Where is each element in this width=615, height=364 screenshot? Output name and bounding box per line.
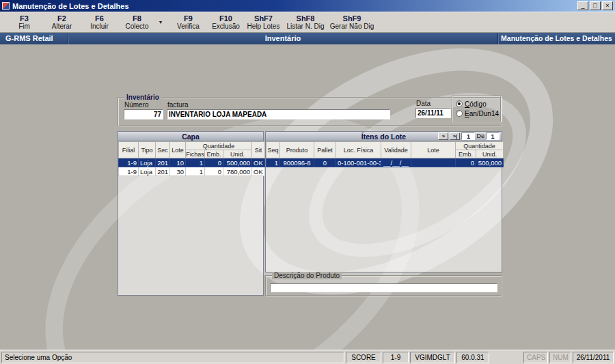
header-bar: G-RMS Retail Inventário Manutenção de Lo… [0,33,615,44]
table-row[interactable]: 1-9 Loja 201 10 1 0 500,000 OK [119,158,265,167]
column-header: Unid. [223,150,252,158]
application-window: Manutenção de Lotes e Detalhes _ □ × F3 … [0,0,615,364]
status-spacer [491,352,522,363]
toolbar-key: F2 [57,14,66,23]
itens-titlebar: Ítens do Lote » »| 1 De 1 [266,132,502,141]
close-button[interactable]: × [602,1,613,10]
column-header: Seq [266,142,280,158]
pager-de-label: De [476,132,484,140]
status-program: VGIMDGLT [410,352,455,363]
column-header: Loc. Física [336,142,381,158]
column-header: Sit [252,142,265,158]
capa-panel: Capa Filial Tipo Sec Lote Quantidade Sit [118,131,264,296]
title-bar: Manutenção de Lotes e Detalhes _ □ × [0,0,615,12]
cell [411,158,456,167]
toolbar-button-verifica[interactable]: F9 Verifica [169,13,207,32]
toolbar-button-colecto[interactable]: F8 Colecto [118,13,156,32]
status-caps: CAPS [523,352,548,363]
toolbar-button-fim[interactable]: F3 Fim [5,13,43,32]
toolbar-button-help-lotes[interactable]: ShF7 Help Lotes [245,13,282,32]
radio-codigo-label: Código [465,100,487,108]
cell: 30 [170,167,186,176]
factura-field[interactable] [167,109,390,120]
toolbar-label: Gerar Não Dig [330,23,374,30]
toolbar-label: Exclusão [212,23,240,30]
minimize-button[interactable]: _ [577,1,588,10]
toolbar-key: ShF9 [343,14,361,23]
table-row[interactable]: 1-9 Loja 201 30 1 0 780,000 OK [119,167,265,176]
cell: 1 [186,158,205,167]
window-controls: _ □ × [577,1,613,10]
column-header: Unid. [476,150,504,158]
status-score: SCORE [346,352,381,363]
radio-codigo[interactable]: Código [456,99,500,109]
column-header: Tipo [139,142,156,158]
column-header: Quantidade [456,142,504,150]
header-app-name: G-RMS Retail [0,33,68,44]
column-header: Fichas [186,150,205,158]
table-row[interactable]: 1 900096-8 0 0-100-001-00-3 __/__/__ 0 5… [266,158,504,167]
cell: 900096-8 [280,158,314,167]
toolbar-label: Listar N. Dig [286,23,324,30]
header-screen-title: Manutenção de Lotes e Detalhes [497,33,615,44]
toolbar-label: Fim [18,23,30,30]
status-num: NUM [549,352,571,363]
column-header: Emb. [456,150,476,158]
cell: 0 [314,158,336,167]
column-header: Sec [156,142,170,158]
cell: 1-9 [119,158,139,167]
toolbar-button-incluir[interactable]: F6 Incluir [81,13,118,32]
cell: 780,000 [223,167,252,176]
toolbar-label: Help Lotes [247,23,280,30]
cell: 1 [266,158,280,167]
radio-codigo-icon [456,100,463,107]
column-header: Validade [381,142,411,158]
toolbar-button-alterar[interactable]: F2 Alterar [43,13,81,32]
status-range: 1-9 [383,352,409,363]
data-label: Data [416,100,430,107]
cell: __/__/__ [381,158,411,167]
numero-label: Número [124,101,149,109]
cell: 0 [205,167,223,176]
maximize-button[interactable]: □ [590,1,601,10]
radio-ean[interactable]: Ean/Dun14 [456,109,500,118]
toolbar-button-exclusao[interactable]: F10 Exclusão [207,13,245,32]
column-header: Produto [280,142,314,158]
itens-panel: Ítens do Lote » »| 1 De 1 Seq Prod [265,131,502,272]
header-module-title: Inventário [68,33,497,44]
toolbar-label: Incluir [90,23,109,30]
cell: 1-9 [119,167,139,176]
cell: 500,000 [476,158,504,167]
toolbar-key: F10 [219,14,232,23]
toolbar-button-gerar-nao-dig[interactable]: ShF9 Gerar Não Dig [329,13,375,32]
radio-ean-label: Ean/Dun14 [465,110,499,117]
cell: OK [252,167,265,176]
toolbar-button-listar-n-dig[interactable]: ShF8 Listar N. Dig [282,13,329,32]
cell: 0 [205,158,223,167]
pager-next-button[interactable]: » [438,132,448,140]
code-type-group: Código Ean/Dun14 [452,96,502,122]
capa-grid: Filial Tipo Sec Lote Quantidade Sit Fich… [118,141,265,176]
itens-title: Ítens do Lote [361,132,406,141]
inventario-group-title: Inventário [124,94,161,101]
column-header: Quantidade [186,142,252,150]
pager-last-button[interactable]: »| [450,132,460,140]
app-icon [2,2,10,10]
pager-current[interactable]: 1 [461,132,475,140]
cell: 1 [186,167,205,176]
status-version: 60.0.31 [456,352,489,363]
radio-ean-icon [456,110,463,117]
main-area: Inventário Número factura Data Código Ea… [0,44,615,350]
column-header: Emb. [205,150,223,158]
cell: Loja [139,167,156,176]
colecto-dropdown-button[interactable]: ▼ [156,15,165,30]
cell: Loja [139,158,156,167]
column-header: Lote [170,142,186,158]
data-field[interactable] [415,108,451,118]
numero-field[interactable] [124,109,163,120]
toolbar-key: F9 [184,14,193,23]
window-title: Manutenção de Lotes e Detalhes [12,2,577,10]
toolbar-key: ShF8 [297,14,315,23]
descricao-produto-field[interactable] [270,283,497,292]
toolbar-label: Alterar [52,23,72,30]
